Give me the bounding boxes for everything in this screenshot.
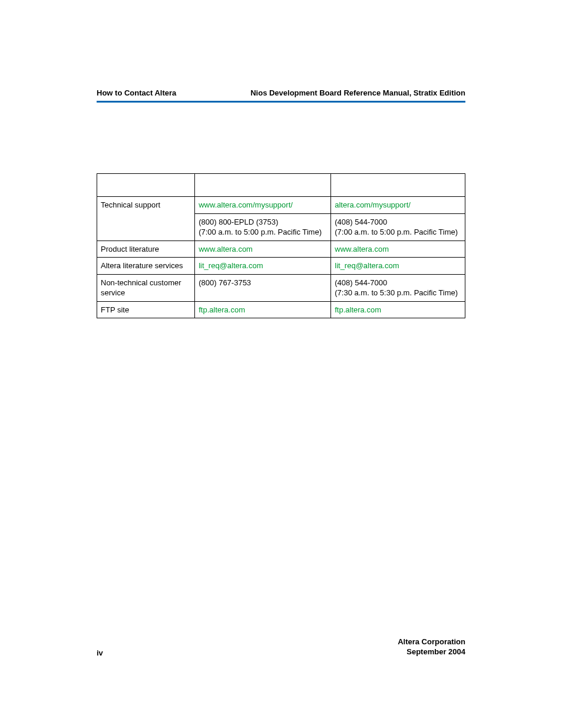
phone-hours: (7:30 a.m. to 5:30 p.m. Pacific Time)	[335, 288, 458, 297]
table-header-row	[97, 174, 465, 197]
link-litreq-1[interactable]: lit_req@altera.com	[199, 261, 263, 270]
link-mysupport-short[interactable]: altera.com/mysupport/	[335, 200, 411, 209]
table-row: Altera literature services lit_req@alter…	[97, 258, 465, 275]
cell-value: (800) 800-EPLD (3753) (7:00 a.m. to 5:00…	[195, 213, 331, 241]
link-altera-1[interactable]: www.altera.com	[199, 245, 253, 253]
cell-label: Product literature	[97, 241, 195, 258]
cell-label-empty	[97, 213, 195, 241]
cell-value: www.altera.com	[331, 241, 465, 258]
link-ftp-1[interactable]: ftp.altera.com	[199, 305, 245, 314]
cell-label: FTP site	[97, 301, 195, 318]
cell-value: lit_req@altera.com	[195, 258, 331, 275]
footer-company: Altera Corporation	[398, 637, 465, 646]
cell-value: ftp.altera.com	[331, 301, 465, 318]
link-litreq-2[interactable]: lit_req@altera.com	[335, 261, 399, 270]
page-footer: iv Altera Corporation September 2004	[97, 637, 465, 657]
header-doc-title: Nios Development Board Reference Manual,…	[250, 88, 465, 97]
cell-label: Non-technical customer service	[97, 274, 195, 301]
cell-label-line1: Non-technical customer	[101, 278, 181, 287]
phone-intl: (408) 544-7000	[335, 218, 387, 226]
table-row: Technical support www.altera.com/mysuppo…	[97, 197, 465, 214]
cell-label: Technical support	[97, 197, 195, 214]
link-ftp-2[interactable]: ftp.altera.com	[335, 305, 381, 314]
header-section-title: How to Contact Altera	[97, 88, 176, 97]
phone-hours: (7:00 a.m. to 5:00 p.m. Pacific Time)	[335, 228, 458, 236]
page-number: iv	[97, 648, 103, 657]
contact-table: Technical support www.altera.com/mysuppo…	[97, 173, 465, 318]
table-row: Non-technical customer service (800) 767…	[97, 274, 465, 301]
page-header: How to Contact Altera Nios Development B…	[97, 88, 465, 103]
table-row: (800) 800-EPLD (3753) (7:00 a.m. to 5:00…	[97, 213, 465, 241]
link-altera-2[interactable]: www.altera.com	[335, 245, 389, 253]
phone-intl: (408) 544-7000	[335, 278, 387, 287]
phone-us: (800) 800-EPLD (3753)	[199, 218, 278, 226]
cell-value: (800) 767-3753	[195, 274, 331, 301]
table-row: Product literature www.altera.com www.al…	[97, 241, 465, 258]
cell-value: lit_req@altera.com	[331, 258, 465, 275]
cell-value: (408) 544-7000 (7:30 a.m. to 5:30 p.m. P…	[331, 274, 465, 301]
cell-value: (408) 544-7000 (7:00 a.m. to 5:00 p.m. P…	[331, 213, 465, 241]
cell-value: altera.com/mysupport/	[331, 197, 465, 214]
cell-value: www.altera.com/mysupport/	[195, 197, 331, 214]
phone-hours: (7:00 a.m. to 5:00 p.m. Pacific Time)	[199, 228, 322, 236]
cell-value: www.altera.com	[195, 241, 331, 258]
link-mysupport-full[interactable]: www.altera.com/mysupport/	[199, 200, 293, 209]
cell-value: ftp.altera.com	[195, 301, 331, 318]
cell-label: Altera literature services	[97, 258, 195, 275]
footer-date: September 2004	[406, 647, 465, 656]
table-row: FTP site ftp.altera.com ftp.altera.com	[97, 301, 465, 318]
cell-label-line2: service	[101, 288, 125, 297]
